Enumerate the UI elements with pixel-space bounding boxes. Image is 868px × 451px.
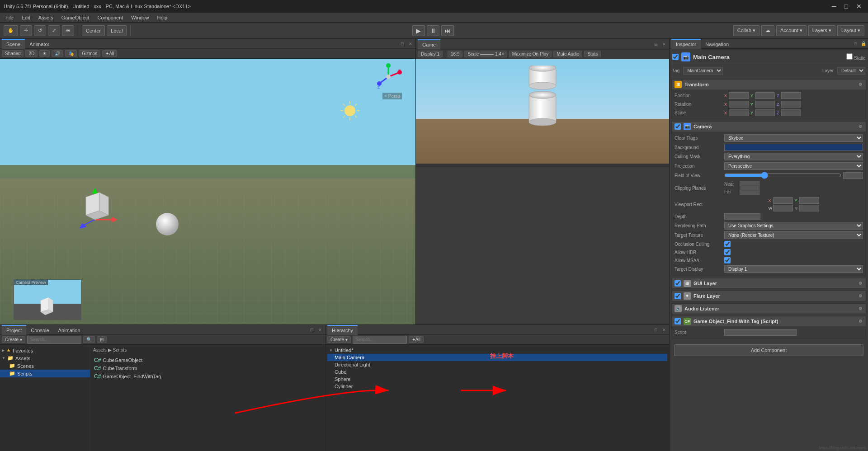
tool-rotate[interactable]: ↺ xyxy=(34,25,46,36)
script-settings-btn[interactable]: ⚙ xyxy=(858,319,863,324)
layer-select[interactable]: Default xyxy=(837,67,865,75)
proj-search-btn[interactable]: 🔍 xyxy=(83,336,95,343)
project-tab[interactable]: Project xyxy=(2,325,26,335)
menu-gameobject[interactable]: GameObject xyxy=(58,14,93,21)
animator-tab[interactable]: Animator xyxy=(25,39,54,49)
hier-close-btn[interactable]: ✕ xyxy=(661,328,667,332)
gizmos-btn[interactable]: Gizmos xyxy=(79,50,100,57)
vp-x[interactable]: 0 xyxy=(773,197,793,204)
hier-create-btn[interactable]: Create ▾ xyxy=(327,336,351,343)
rot-y[interactable]: 0 xyxy=(755,101,775,108)
inspector-tab[interactable]: Inspector xyxy=(671,39,701,49)
fov-value[interactable]: 60 xyxy=(843,172,863,179)
target-tex-select[interactable]: None (Render Texture) xyxy=(724,231,863,239)
rot-x[interactable]: 0 xyxy=(729,101,749,108)
gui-layer-header[interactable]: ⊞ GUI Layer ⚙ xyxy=(672,278,866,288)
local-btn[interactable]: Local xyxy=(107,25,127,36)
vp-h[interactable]: 1 xyxy=(799,205,819,211)
menu-assets[interactable]: Assets xyxy=(35,14,57,21)
flare-layer-enable[interactable] xyxy=(675,293,681,299)
proj-filter-btn[interactable]: ⊞ xyxy=(97,336,107,343)
pos-y[interactable]: 1 xyxy=(755,92,775,99)
close-btn[interactable]: ✕ xyxy=(854,3,864,10)
2d-btn[interactable]: 2D xyxy=(25,50,38,57)
tool-hand[interactable]: ✋ xyxy=(4,25,18,36)
window-controls[interactable]: ─ □ ✕ xyxy=(829,3,864,10)
assets-item[interactable]: ▼ 📁 Assets xyxy=(0,354,90,362)
allow-hdr-checkbox[interactable] xyxy=(724,249,731,255)
scripts-item[interactable]: 📁 Scripts xyxy=(0,370,90,377)
scene-tab[interactable]: Scene xyxy=(2,39,25,49)
obj-enable-checkbox[interactable] xyxy=(672,54,679,60)
scale-btn[interactable]: Scale ——— 1.4× xyxy=(464,51,507,57)
mute-btn[interactable]: Mute Audio xyxy=(553,51,582,57)
menu-help[interactable]: Help xyxy=(153,14,171,21)
center-btn[interactable]: Center xyxy=(82,25,105,36)
navigation-tab[interactable]: Navigation xyxy=(701,39,733,49)
hier-directional-light[interactable]: Directional Light xyxy=(327,361,667,368)
pos-z[interactable]: -10 xyxy=(781,92,801,99)
pause-btn[interactable]: ⏸ xyxy=(427,25,439,36)
sc-y[interactable]: 1 xyxy=(755,109,775,116)
maximize-btn[interactable]: Maximize On Play xyxy=(509,51,552,57)
audio-btn[interactable]: 🔊 xyxy=(52,50,63,57)
minimize-btn[interactable]: ─ xyxy=(829,3,839,10)
script-enable[interactable] xyxy=(675,318,681,324)
vp-y[interactable]: 0 xyxy=(799,197,819,204)
favorites-item[interactable]: ▶ ★ Favorites xyxy=(0,347,90,354)
display-btn[interactable]: Display 1 xyxy=(418,51,443,57)
camera-header[interactable]: 📷 Camera ⚙ xyxy=(672,122,866,132)
scenes-item[interactable]: 📁 Scenes xyxy=(0,362,90,370)
light-btn[interactable]: ☀ xyxy=(39,50,50,57)
tool-rect[interactable]: ⊕ xyxy=(62,25,74,36)
file-findwithtag[interactable]: C# GameObject_FindWithTag xyxy=(92,372,323,381)
rot-z[interactable]: 0 xyxy=(781,101,801,108)
allow-msaa-checkbox[interactable] xyxy=(724,257,731,263)
fx-btn[interactable]: 🎭 xyxy=(65,50,77,57)
game-tab[interactable]: Game xyxy=(418,39,440,49)
hier-search[interactable] xyxy=(353,336,407,344)
game-close-btn[interactable]: ✕ xyxy=(661,42,667,47)
tool-move[interactable]: ✛ xyxy=(20,25,32,36)
flare-layer-header[interactable]: ✦ Flare Layer ⚙ xyxy=(672,291,866,301)
hierarchy-tab[interactable]: Hierarchy xyxy=(327,325,358,335)
scene-close-btn[interactable]: ✕ xyxy=(407,42,414,46)
depth-val[interactable]: -1 xyxy=(724,213,760,220)
target-display-select[interactable]: Display 1 xyxy=(724,265,863,273)
menu-component[interactable]: Component xyxy=(94,14,127,21)
console-tab[interactable]: Console xyxy=(26,325,53,335)
culling-mask-select[interactable]: Everything xyxy=(724,153,863,160)
tag-select[interactable]: MainCamera xyxy=(683,67,723,75)
camera-settings-btn[interactable]: ⚙ xyxy=(858,124,863,129)
transform-settings-btn[interactable]: ⚙ xyxy=(858,82,863,87)
add-component-btn[interactable]: Add Component xyxy=(674,344,863,356)
script-val[interactable]: GameObject_FindWithTag xyxy=(724,329,797,336)
vp-w[interactable]: 1 xyxy=(773,205,793,211)
file-cube-gameobject[interactable]: C# CubeGameObject xyxy=(92,356,323,364)
game-float-btn[interactable]: ⊟ xyxy=(653,42,659,47)
sc-z[interactable]: 1 xyxy=(781,109,801,116)
hier-cube[interactable]: Cube xyxy=(327,368,667,376)
insp-float-btn[interactable]: ⊟ xyxy=(853,42,859,46)
project-create-btn[interactable]: Create ▾ xyxy=(2,336,25,343)
play-btn[interactable]: ▶ xyxy=(412,25,425,36)
hier-all-btn[interactable]: ✦All xyxy=(409,336,424,343)
stats-btn[interactable]: Stats xyxy=(584,51,601,57)
clear-flags-select[interactable]: Skybox xyxy=(724,134,863,142)
hier-float-btn[interactable]: ⊟ xyxy=(653,328,659,332)
animation-tab[interactable]: Animation xyxy=(54,325,85,335)
gizmos-all-btn[interactable]: ✦All xyxy=(102,50,117,57)
render-path-select[interactable]: Use Graphics Settings xyxy=(724,222,863,230)
menu-file[interactable]: File xyxy=(2,14,17,21)
hier-sphere[interactable]: Sphere xyxy=(327,376,667,383)
script-header[interactable]: C# Game Object_Find With Tag (Script) ⚙ xyxy=(672,316,866,326)
game-scrollbar[interactable] xyxy=(416,164,669,167)
menu-window[interactable]: Window xyxy=(127,14,152,21)
proj-close-btn[interactable]: ✕ xyxy=(317,328,323,332)
maximize-btn[interactable]: □ xyxy=(842,3,851,10)
collab-btn[interactable]: Collab ▾ xyxy=(733,25,760,36)
occlusion-checkbox[interactable] xyxy=(724,241,731,247)
background-color[interactable] xyxy=(724,144,863,151)
fov-slider[interactable] xyxy=(724,172,841,179)
pos-x[interactable]: 0 xyxy=(729,92,749,99)
